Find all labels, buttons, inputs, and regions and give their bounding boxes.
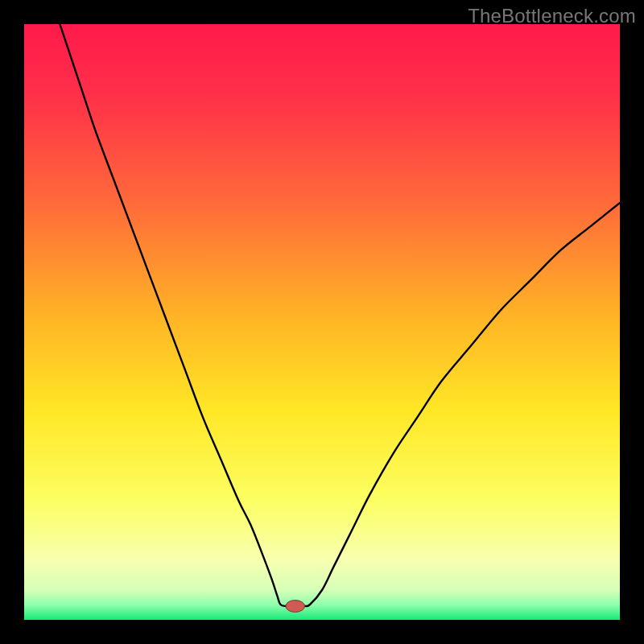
chart-frame: TheBottleneck.com xyxy=(0,0,644,644)
optimal-marker xyxy=(286,601,305,613)
bottleneck-chart xyxy=(24,24,620,620)
chart-background xyxy=(24,24,620,620)
